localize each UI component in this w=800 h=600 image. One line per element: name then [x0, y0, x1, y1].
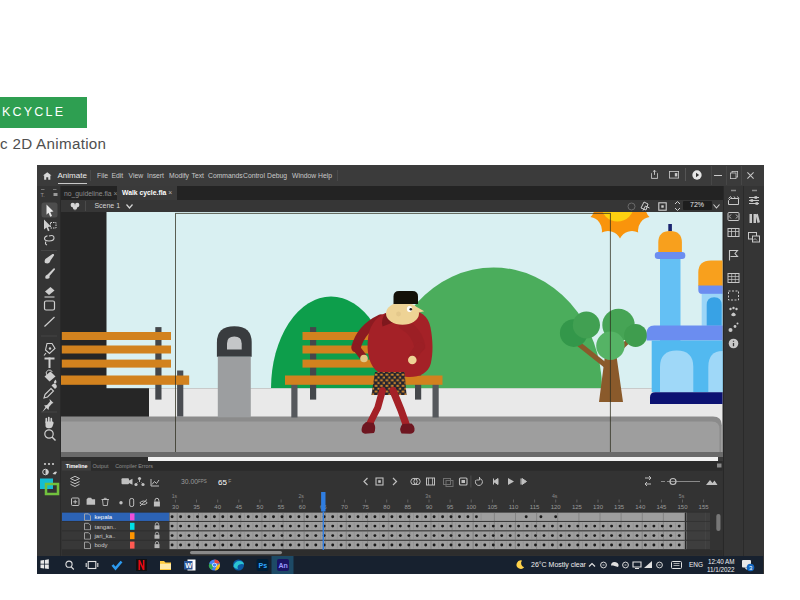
svg-text:W: W: [185, 561, 192, 568]
svg-text:90: 90: [426, 504, 433, 510]
svg-text:12:40 AM: 12:40 AM: [708, 558, 735, 565]
svg-text:130: 130: [593, 504, 604, 510]
svg-text:T.: T.: [41, 192, 46, 198]
svg-text:145: 145: [656, 504, 667, 510]
svg-text:105: 105: [487, 504, 498, 510]
svg-text:80: 80: [383, 504, 390, 510]
svg-text:35: 35: [193, 504, 200, 510]
svg-text:An: An: [279, 562, 288, 569]
svg-text:30: 30: [172, 504, 179, 510]
svg-text:40: 40: [214, 504, 221, 510]
svg-text:body: body: [95, 542, 108, 548]
svg-text:120: 120: [551, 504, 562, 510]
svg-text:50: 50: [257, 504, 264, 510]
svg-text:100: 100: [466, 504, 477, 510]
svg-text:2s: 2s: [298, 493, 304, 499]
svg-text:45: 45: [235, 504, 242, 510]
svg-text:155: 155: [699, 504, 710, 510]
svg-text:110: 110: [509, 504, 519, 510]
svg-text:75: 75: [362, 504, 369, 510]
svg-text:tangan..: tangan..: [95, 524, 117, 530]
svg-text:115: 115: [530, 504, 540, 510]
svg-text:4s: 4s: [552, 493, 558, 499]
svg-text:Timeline: Timeline: [66, 463, 88, 469]
svg-text:ENG: ENG: [689, 561, 703, 568]
svg-text:125: 125: [572, 504, 583, 510]
svg-text:135: 135: [614, 504, 625, 510]
svg-text:kepala: kepala: [95, 514, 113, 520]
svg-text:5s: 5s: [679, 493, 685, 499]
svg-text:11/1/2022: 11/1/2022: [707, 565, 735, 572]
svg-text:95: 95: [447, 504, 454, 510]
svg-text:55: 55: [278, 504, 285, 510]
svg-text:3s: 3s: [425, 493, 431, 499]
svg-text:Output: Output: [92, 463, 109, 469]
svg-text:140: 140: [635, 504, 646, 510]
svg-text:60: 60: [299, 504, 306, 510]
svg-text:26°C Mostly clear: 26°C Mostly clear: [531, 561, 587, 569]
svg-text:jari_ka..: jari_ka..: [94, 533, 116, 539]
svg-text:150: 150: [677, 504, 688, 510]
svg-text:1s: 1s: [172, 493, 178, 499]
svg-text:Compiler Errors: Compiler Errors: [115, 463, 153, 469]
svg-text:85: 85: [404, 504, 411, 510]
svg-text:70: 70: [341, 504, 348, 510]
svg-text:Ps: Ps: [259, 562, 268, 569]
